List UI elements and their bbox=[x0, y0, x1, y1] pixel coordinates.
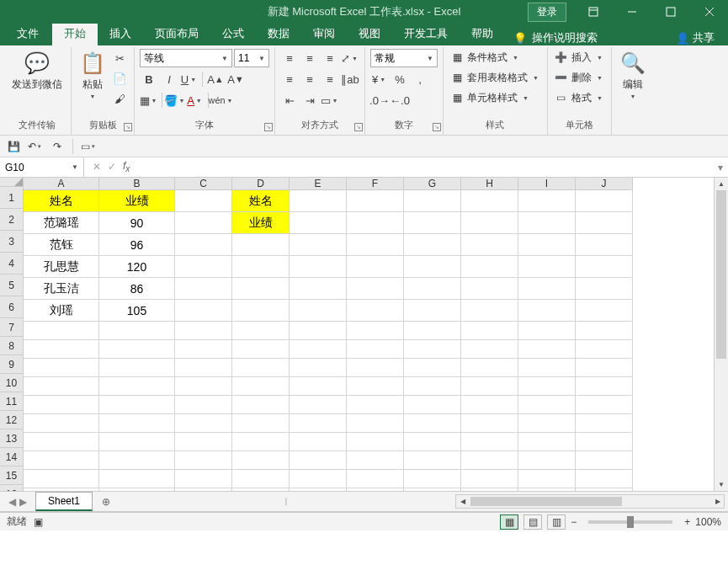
cell-F16[interactable] bbox=[347, 488, 404, 491]
normal-view-button[interactable]: ▦ bbox=[500, 514, 518, 530]
row-header-4[interactable]: 4 bbox=[0, 253, 24, 275]
cell-B5[interactable]: 86 bbox=[99, 278, 175, 300]
cell-J10[interactable] bbox=[576, 377, 633, 396]
cell-H8[interactable] bbox=[461, 340, 518, 359]
cell-H2[interactable] bbox=[461, 212, 518, 234]
increase-decimal-button[interactable]: .0→ bbox=[370, 91, 389, 109]
align-middle-button[interactable]: ≡ bbox=[300, 49, 319, 67]
tab-nav-prev-icon[interactable]: ◀ bbox=[8, 496, 16, 508]
cell-C12[interactable] bbox=[175, 414, 232, 433]
cell-E4[interactable] bbox=[290, 256, 347, 278]
cell-E5[interactable] bbox=[290, 278, 347, 300]
cell-H11[interactable] bbox=[461, 396, 518, 414]
cell-J16[interactable] bbox=[576, 488, 633, 491]
cell-A14[interactable] bbox=[24, 451, 99, 470]
tab-formulas[interactable]: 公式 bbox=[210, 22, 256, 45]
select-all-corner[interactable] bbox=[0, 178, 24, 187]
cell-C1[interactable] bbox=[175, 190, 232, 212]
cell-E8[interactable] bbox=[290, 340, 347, 359]
column-header-J[interactable]: J bbox=[576, 178, 633, 190]
column-header-I[interactable]: I bbox=[518, 178, 576, 190]
decrease-indent-button[interactable]: ⇤ bbox=[280, 91, 299, 109]
cell-H16[interactable] bbox=[461, 488, 518, 491]
cell-F3[interactable] bbox=[347, 234, 404, 256]
cell-H9[interactable] bbox=[461, 359, 518, 377]
cell-E12[interactable] bbox=[290, 414, 347, 433]
align-right-button[interactable]: ≡ bbox=[321, 70, 339, 88]
cell-G12[interactable] bbox=[404, 414, 461, 433]
cell-I9[interactable] bbox=[518, 359, 576, 377]
number-format-combo[interactable]: 常规▼ bbox=[370, 49, 438, 67]
vertical-scrollbar[interactable]: ▲ ▼ bbox=[714, 178, 728, 491]
scroll-right-icon[interactable]: ▶ bbox=[711, 498, 724, 505]
cell-H12[interactable] bbox=[461, 414, 518, 433]
cell-D14[interactable] bbox=[232, 451, 290, 470]
column-header-F[interactable]: F bbox=[347, 178, 404, 190]
cell-B2[interactable]: 90 bbox=[99, 212, 175, 234]
cell-B6[interactable]: 105 bbox=[99, 300, 175, 322]
cell-E1[interactable] bbox=[290, 190, 347, 212]
cell-D2[interactable]: 业绩 bbox=[232, 212, 290, 234]
phonetic-button[interactable]: wén▼ bbox=[212, 91, 231, 109]
cell-I2[interactable] bbox=[518, 212, 576, 234]
cell-G6[interactable] bbox=[404, 300, 461, 322]
cell-F6[interactable] bbox=[347, 300, 404, 322]
row-header-2[interactable]: 2 bbox=[0, 209, 24, 231]
cell-G1[interactable] bbox=[404, 190, 461, 212]
cell-I6[interactable] bbox=[518, 300, 576, 322]
cell-I14[interactable] bbox=[518, 451, 576, 470]
row-header-8[interactable]: 8 bbox=[0, 337, 24, 355]
cell-C2[interactable] bbox=[175, 212, 232, 234]
cell-J2[interactable] bbox=[576, 212, 633, 234]
conditional-format-button[interactable]: ▦条件格式▼ bbox=[449, 49, 522, 66]
dialog-launcher-icon[interactable]: ↘ bbox=[264, 123, 273, 131]
cell-E14[interactable] bbox=[290, 451, 347, 470]
cell-C13[interactable] bbox=[175, 433, 232, 451]
row-header-1[interactable]: 1 bbox=[0, 187, 24, 209]
cell-B15[interactable] bbox=[99, 470, 175, 488]
cell-H4[interactable] bbox=[461, 256, 518, 278]
italic-button[interactable]: I bbox=[160, 70, 178, 88]
column-header-D[interactable]: D bbox=[232, 178, 290, 190]
dialog-launcher-icon[interactable]: ↘ bbox=[433, 123, 441, 131]
column-header-C[interactable]: C bbox=[175, 178, 232, 190]
cell-G8[interactable] bbox=[404, 340, 461, 359]
cell-E13[interactable] bbox=[290, 433, 347, 451]
cell-F5[interactable] bbox=[347, 278, 404, 300]
cell-D12[interactable] bbox=[232, 414, 290, 433]
cell-J7[interactable] bbox=[576, 322, 633, 340]
hscroll-thumb[interactable] bbox=[470, 497, 622, 506]
cell-C3[interactable] bbox=[175, 234, 232, 256]
cell-I10[interactable] bbox=[518, 377, 576, 396]
tab-view[interactable]: 视图 bbox=[347, 22, 392, 45]
cell-H14[interactable] bbox=[461, 451, 518, 470]
cell-E11[interactable] bbox=[290, 396, 347, 414]
cell-C15[interactable] bbox=[175, 470, 232, 488]
cell-C14[interactable] bbox=[175, 451, 232, 470]
cell-J1[interactable] bbox=[576, 190, 633, 212]
cell-C9[interactable] bbox=[175, 359, 232, 377]
cell-F11[interactable] bbox=[347, 396, 404, 414]
cell-I13[interactable] bbox=[518, 433, 576, 451]
column-header-E[interactable]: E bbox=[290, 178, 347, 190]
expand-formula-icon[interactable]: ▾ bbox=[713, 162, 728, 173]
cell-E3[interactable] bbox=[290, 234, 347, 256]
login-button[interactable]: 登录 bbox=[528, 3, 566, 22]
cell-C11[interactable] bbox=[175, 396, 232, 414]
orientation-button[interactable]: ⤢▼ bbox=[341, 49, 359, 67]
cell-D16[interactable] bbox=[232, 488, 290, 491]
column-header-A[interactable]: A bbox=[24, 178, 99, 190]
cell-J9[interactable] bbox=[576, 359, 633, 377]
currency-button[interactable]: ¥▼ bbox=[370, 70, 389, 88]
insert-cells-button[interactable]: ➕插入▼ bbox=[553, 49, 606, 66]
scroll-thumb[interactable] bbox=[716, 190, 726, 359]
tab-data[interactable]: 数据 bbox=[256, 22, 301, 45]
cell-G3[interactable] bbox=[404, 234, 461, 256]
cell-I11[interactable] bbox=[518, 396, 576, 414]
tab-file[interactable]: 文件 bbox=[3, 22, 52, 45]
zoom-out-button[interactable]: − bbox=[571, 516, 577, 528]
cell-H3[interactable] bbox=[461, 234, 518, 256]
cell-J11[interactable] bbox=[576, 396, 633, 414]
align-top-button[interactable]: ≡ bbox=[280, 49, 299, 67]
cell-E15[interactable] bbox=[290, 470, 347, 488]
